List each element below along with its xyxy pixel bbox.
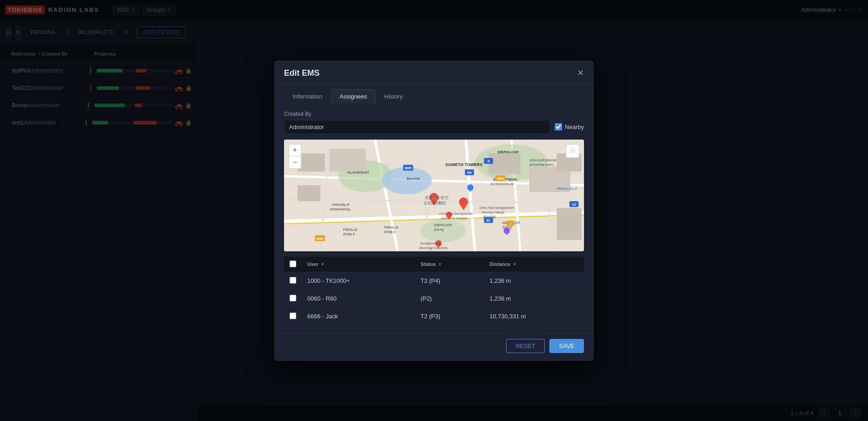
status-filter-icon[interactable]: ▼ <box>438 262 442 267</box>
svg-text:Chris Hani Baragwanath: Chris Hani Baragwanath <box>439 212 473 215</box>
row-checkbox-cell <box>284 272 302 290</box>
modal-title: Edit EMS <box>284 68 320 78</box>
assignees-table-header: User ▼ Status ▼ Distance <box>284 257 584 272</box>
created-by-input[interactable] <box>284 120 550 134</box>
svg-rect-17 <box>330 149 366 172</box>
distance-col-header: Distance ▼ <box>484 257 584 272</box>
svg-text:克里斯·哈尼·巴: 克里斯·哈尼·巴 <box>425 195 449 199</box>
svg-text:M66: M66 <box>316 236 324 240</box>
row-distance: 1,236 m <box>484 290 584 307</box>
row-checkbox[interactable] <box>289 312 296 319</box>
layers-icon: ⧉ <box>570 147 575 155</box>
assignees-table-body: 1000 - TK1000+ T2 (P4) 1,236 m 0060 - R6… <box>284 272 584 325</box>
row-checkbox-cell <box>284 307 302 325</box>
svg-text:Bara Mall: Bara Mall <box>407 177 420 180</box>
edit-ems-modal: Edit EMS ✕ Information Assignees History… <box>274 61 594 361</box>
modal-tabs: Information Assignees History <box>275 84 593 104</box>
map-layers-button[interactable]: ⧉ <box>566 144 579 158</box>
table-row[interactable]: 6666 - Jack T2 (P3) 10,730,331 m <box>284 307 584 325</box>
reset-button[interactable]: RESET <box>506 339 545 353</box>
row-user: 1000 - TK1000+ <box>302 272 415 290</box>
map-container: KLIPSPRUIT DIEPKLOOF SEW-EURODRIVE (PROP… <box>284 140 584 251</box>
created-by-row: Nearby <box>284 120 584 134</box>
svg-text:DIEPKLOOF: DIEPKLOOF <box>498 150 519 154</box>
svg-text:KLIPSPRUIT: KLIPSPRUIT <box>348 171 370 175</box>
svg-text:EXTENSION 39: EXTENSION 39 <box>491 182 514 186</box>
svg-text:PIMVILLE: PIMVILLE <box>384 225 398 229</box>
svg-text:M85: M85 <box>404 166 412 170</box>
table-row[interactable]: 1000 - TK1000+ T2 (P4) 1,236 m <box>284 272 584 290</box>
row-checkbox-cell <box>284 290 302 307</box>
tab-assignees[interactable]: Assignees <box>331 89 376 104</box>
svg-text:Amalgamated: Amalgamated <box>420 241 440 245</box>
zoom-in-button[interactable]: + <box>289 145 301 156</box>
user-filter-icon[interactable]: ▼ <box>320 262 325 267</box>
map-svg: KLIPSPRUIT DIEPKLOOF SEW-EURODRIVE (PROP… <box>284 140 584 251</box>
svg-text:University of: University of <box>332 203 349 206</box>
row-status: T2 (P3) <box>415 307 484 325</box>
modal-header: Edit EMS ✕ <box>275 61 593 84</box>
svg-text:ZONE 6: ZONE 6 <box>343 232 355 235</box>
save-button[interactable]: SAVE <box>549 339 584 353</box>
svg-text:67: 67 <box>486 218 491 222</box>
svg-text:ZONE 2: ZONE 2 <box>384 230 395 233</box>
nearby-row: Nearby <box>555 123 584 130</box>
assignees-header-row: User ▼ Status ▼ Distance <box>284 257 584 272</box>
svg-text:M66: M66 <box>497 177 504 181</box>
svg-rect-16 <box>298 153 325 172</box>
zoom-out-button[interactable]: − <box>289 156 301 168</box>
svg-point-15 <box>382 167 432 194</box>
row-distance: 10,730,331 m <box>484 307 584 325</box>
svg-text:Johannesburg...: Johannesburg... <box>330 207 352 211</box>
user-col-header: User ▼ <box>302 257 415 272</box>
nearby-label: Nearby <box>565 124 584 130</box>
nearby-checkbox[interactable] <box>555 123 562 130</box>
row-checkbox[interactable] <box>289 295 296 301</box>
row-checkbox[interactable] <box>289 277 296 284</box>
row-distance: 1,236 m <box>484 272 584 290</box>
distance-filter-icon[interactable]: ▼ <box>512 262 517 267</box>
svg-rect-21 <box>298 185 320 201</box>
svg-text:6: 6 <box>487 159 490 163</box>
svg-text:12: 12 <box>572 202 576 206</box>
svg-point-41 <box>459 197 468 206</box>
modal-body: Created By Nearby <box>275 104 593 333</box>
modal-footer: RESET SAVE <box>275 333 593 360</box>
assignees-table: User ▼ Status ▼ Distance <box>284 257 584 326</box>
svg-text:Beverage Industries...: Beverage Industries... <box>419 246 450 249</box>
row-status: T2 (P4) <box>415 272 484 290</box>
checkbox-col-header <box>284 257 302 272</box>
row-user: 6666 - Jack <box>302 307 415 325</box>
svg-rect-22 <box>557 208 582 239</box>
svg-text:68: 68 <box>467 171 471 175</box>
row-user: 0060 - R60 <box>302 290 415 307</box>
svg-text:(PROPRIETARY): (PROPRIETARY) <box>529 163 554 167</box>
modal-close-button[interactable]: ✕ <box>577 69 584 77</box>
tab-information[interactable]: Information <box>284 89 331 104</box>
svg-text:PIMVILLE: PIMVILLE <box>343 228 358 231</box>
svg-text:DIEPKLOOF: DIEPKLOOF <box>434 223 452 226</box>
status-col-header: Status ▼ <box>415 257 484 272</box>
svg-text:Academic Hospital: Academic Hospital <box>441 216 467 220</box>
svg-text:319-IQ: 319-IQ <box>434 228 444 231</box>
map-zoom-controls: + − <box>289 144 301 169</box>
svg-text:Nursing College: Nursing College <box>482 210 505 214</box>
svg-text:SOWETO TOWERS: SOWETO TOWERS <box>445 162 482 167</box>
modal-overlay[interactable]: Edit EMS ✕ Information Assignees History… <box>0 0 868 421</box>
svg-rect-18 <box>489 153 521 174</box>
svg-text:Chris Hani Baragwanath: Chris Hani Baragwanath <box>480 206 514 209</box>
created-by-label: Created By <box>284 111 584 117</box>
tab-history[interactable]: History <box>376 89 411 104</box>
svg-text:拉瓦纳特醫院: 拉瓦纳特醫院 <box>424 201 446 205</box>
select-all-checkbox[interactable] <box>289 260 296 267</box>
svg-text:1: 1 <box>510 222 512 225</box>
table-row[interactable]: 0060 - R60 (P2) 1,236 m <box>284 290 584 307</box>
svg-text:SEW-EURODRIVE: SEW-EURODRIVE <box>529 159 557 162</box>
svg-text:WeBuyCars JI: WeBuyCars JI <box>557 187 577 191</box>
row-status: (P2) <box>415 290 484 307</box>
